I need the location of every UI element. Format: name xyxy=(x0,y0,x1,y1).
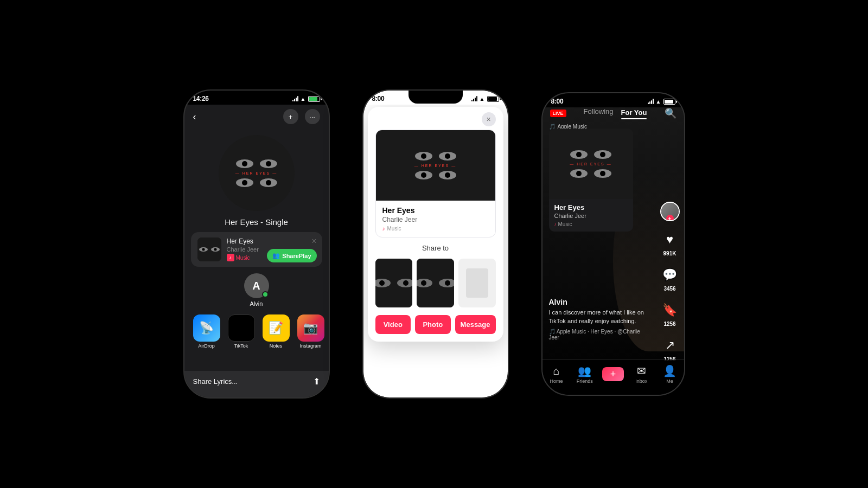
notes-app[interactable]: 📝 Notes xyxy=(263,314,290,349)
more-button[interactable]: ··· xyxy=(305,109,320,124)
music-tag: 🎵 Apple Music · Her Eyes · @Charlie Jeer xyxy=(549,329,646,341)
shareplay-button[interactable]: 👥 SharePlay xyxy=(267,249,316,262)
inbox-label: Inbox xyxy=(635,378,647,384)
comment-count: 3456 xyxy=(663,286,675,292)
platform-label: Music xyxy=(236,255,250,261)
share-icon[interactable]: ⬆ xyxy=(313,376,320,387)
inbox-nav-item[interactable]: ✉ Inbox xyxy=(627,364,655,384)
instagram-icon: 📷 xyxy=(297,314,324,342)
create-nav-item[interactable]: + xyxy=(599,367,627,381)
tiktok-icon: ♪ xyxy=(228,314,255,342)
right-eye-2 xyxy=(260,178,277,187)
album-artist: Charlie Jeer xyxy=(554,213,628,219)
album-info: Her Eyes Charlie Jeer ♪ Music xyxy=(549,199,633,232)
album-art-image: — HER EYES — xyxy=(219,135,295,211)
share-lyrics-text[interactable]: Share Lyrics... xyxy=(193,377,238,386)
action-buttons: + ♥ 991K 💬 3456 🔖 1256 xyxy=(660,202,680,362)
like-button[interactable]: ♥ 991K xyxy=(660,230,680,256)
friends-nav-item[interactable]: 👥 Friends xyxy=(571,364,599,384)
song-card: — HER EYES — Her Eyes Charlie Jeer ♪ xyxy=(375,130,496,237)
song-info: Her Eyes Charlie Jeer ♪ Music xyxy=(376,201,495,237)
nav-icons: + ··· xyxy=(283,109,320,124)
phone-3-status-bar: 8:00 ▲ xyxy=(542,93,684,107)
active-underline xyxy=(621,118,647,119)
phone-1-nav: ‹ + ··· xyxy=(184,105,329,129)
tiktok-app[interactable]: ♪ TikTok xyxy=(228,314,255,349)
wifi-icon: ▲ xyxy=(301,96,306,102)
album-art-dark: — HER EYES — xyxy=(549,129,633,199)
online-indicator xyxy=(262,291,269,298)
creator-avatar: + xyxy=(660,202,680,221)
apple-icon: ♪ xyxy=(382,226,385,232)
me-icon: 👤 xyxy=(663,364,676,377)
follow-plus: + xyxy=(666,215,674,221)
eye-art-top xyxy=(236,159,277,168)
share-buttons: Video Photo Message xyxy=(368,315,503,342)
video-button[interactable]: Video xyxy=(375,315,411,334)
for-you-container: For You xyxy=(621,107,647,119)
phone-2-time: 8:00 xyxy=(372,95,385,102)
instagram-app[interactable]: 📷 Instagram xyxy=(297,314,324,349)
share-lyrics-bar: Share Lyrics... ⬆ xyxy=(184,371,329,397)
album-card: — HER EYES — Her Eyes Charlie Jeer ♪ Mus… xyxy=(549,129,633,232)
song-red-text: — HER EYES — xyxy=(235,171,277,175)
right-eye xyxy=(260,159,277,168)
phone-1-notch xyxy=(229,91,284,104)
signal-icon-2 xyxy=(471,96,477,101)
battery-icon-2 xyxy=(487,96,499,102)
tiktok-label: TikTok xyxy=(234,343,248,349)
search-icon-dark[interactable]: 🔍 xyxy=(665,107,676,119)
me-nav-item[interactable]: 👤 Me xyxy=(655,364,684,384)
song-title: Her Eyes - Single xyxy=(184,217,329,227)
bookmark-count: 1256 xyxy=(663,321,675,327)
airdrop-app[interactable]: 📡 AirDrop xyxy=(193,314,220,349)
dark-nav-tabs: Following For You xyxy=(584,107,647,119)
message-button[interactable]: Message xyxy=(455,315,496,334)
modal-song-name: Her Eyes xyxy=(382,206,489,215)
photo-button[interactable]: Photo xyxy=(415,315,451,334)
add-button[interactable]: + xyxy=(283,109,298,124)
creator-avatar-action[interactable]: + xyxy=(660,202,680,221)
phone-2-status-icons: ▲ xyxy=(471,96,499,102)
for-you-tab-dark[interactable]: For You xyxy=(621,108,647,117)
me-label: Me xyxy=(666,378,673,384)
notes-label: Notes xyxy=(270,343,283,349)
instagram-label: Instagram xyxy=(299,343,321,349)
inbox-icon: ✉ xyxy=(637,364,646,377)
like-count: 991K xyxy=(663,251,676,256)
back-button[interactable]: ‹ xyxy=(193,111,196,123)
bookmark-button[interactable]: 🔖 1256 xyxy=(660,300,680,327)
battery-icon xyxy=(308,96,320,102)
live-badge-dark: LIVE xyxy=(550,110,566,117)
album-art: — HER EYES — xyxy=(219,135,295,211)
modal-artist: Charlie Jeer xyxy=(382,216,489,223)
share-modal: × — HER EYES — xyxy=(368,107,503,342)
photo-preview xyxy=(417,259,454,307)
video-caption: I can discover more of what I like on Ti… xyxy=(549,309,646,325)
following-tab-dark[interactable]: Following xyxy=(584,107,614,119)
share-icon-dark: ↗ xyxy=(660,336,680,355)
comment-button[interactable]: 💬 3456 xyxy=(660,265,680,292)
video-preview xyxy=(375,259,413,307)
heart-icon: ♥ xyxy=(660,230,680,249)
platform-name: Music xyxy=(387,226,401,232)
song-art: — HER EYES — xyxy=(376,130,495,201)
album-platform: ♪ Music xyxy=(554,221,628,227)
phone-3: 8:00 ▲ LIVE Fo xyxy=(541,92,685,396)
card-art-image xyxy=(197,237,221,261)
modal-close-button[interactable]: × xyxy=(482,112,496,126)
preview-3 xyxy=(466,268,488,298)
phone-1-screen: 14:26 ▲ ‹ + xyxy=(184,91,329,397)
home-nav-item[interactable]: ⌂ Home xyxy=(542,365,571,384)
user-avatar[interactable]: A xyxy=(244,273,269,298)
phone-2-screen: 8:00 ▲ LIVE Fo xyxy=(363,91,508,397)
share-to-label: Share to xyxy=(368,244,503,252)
platform-label-dark: Music xyxy=(558,221,572,227)
share-button[interactable]: ↗ 1256 xyxy=(660,336,680,362)
phone-3-screen: 8:00 ▲ LIVE Fo xyxy=(542,93,684,395)
modal-header: × xyxy=(368,107,503,130)
create-plus-icon: + xyxy=(602,367,624,381)
music-icon-dark: ♪ xyxy=(554,222,557,227)
share-apps: 📡 AirDrop ♪ TikTok 📝 Notes 📷 Instagram xyxy=(184,311,329,352)
video-username[interactable]: Alvin xyxy=(549,298,646,306)
